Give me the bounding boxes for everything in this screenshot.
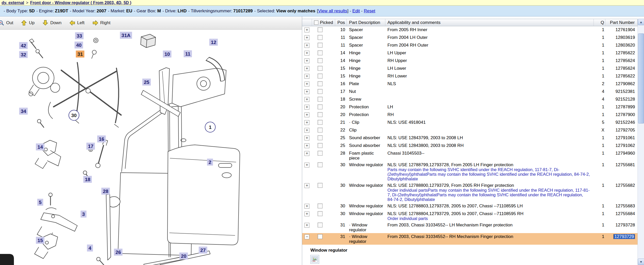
diagram-label-28[interactable]: 28: [101, 188, 110, 195]
part-number-cell[interactable]: 92152246: [605, 120, 638, 125]
expand-icon[interactable]: +: [304, 128, 309, 133]
table-row[interactable]: +18Screw492152128: [302, 96, 638, 103]
table-row[interactable]: +20ProtectionLH112787899: [302, 103, 638, 111]
expand-icon[interactable]: +: [304, 43, 309, 48]
table-row[interactable]: +30Window regulatorNLS: USE 12788800,127…: [302, 182, 638, 202]
table-row[interactable]: +20ProtectionRH112787900: [302, 111, 638, 119]
expand-icon[interactable]: +: [304, 151, 309, 156]
diagram-label-14[interactable]: 14: [36, 144, 44, 151]
part-number-cell[interactable]: 12790862: [605, 81, 638, 86]
part-number-cell[interactable]: 12785622: [605, 50, 638, 55]
header-expand-column[interactable]: [302, 19, 312, 26]
diagram-label-18[interactable]: 18: [83, 176, 92, 183]
expand-icon[interactable]: +: [304, 223, 309, 228]
diagram-label-2[interactable]: 2: [207, 159, 213, 166]
table-row[interactable]: +22ClipX12792705: [302, 127, 638, 134]
expand-icon[interactable]: +: [304, 82, 309, 86]
picked-checkbox[interactable]: [318, 234, 323, 239]
toolbar-button-up[interactable]: Up: [21, 20, 35, 26]
part-number-cell[interactable]: 12793729: [605, 234, 638, 239]
picked-checkbox[interactable]: [318, 135, 323, 140]
diagram-label-32[interactable]: 32: [19, 51, 28, 58]
diagram-label-11[interactable]: 11: [184, 50, 192, 57]
diagram-label-3[interactable]: 3: [81, 211, 87, 218]
part-number-cell[interactable]: 12785622: [605, 74, 638, 78]
table-row[interactable]: +17Nut492152381: [302, 88, 638, 96]
picked-checkbox[interactable]: [318, 128, 323, 132]
part-number-cell[interactable]: 12787899: [605, 104, 638, 109]
picked-checkbox[interactable]: [318, 58, 323, 63]
breadcrumb-link-body-external[interactable]: dy, external: [2, 1, 24, 5]
header-quantity[interactable]: Q: [594, 19, 605, 26]
table-row[interactable]: +30Window regulatorNLS: USE 12788799,127…: [302, 161, 638, 182]
part-number-cell[interactable]: 12803619: [605, 35, 638, 40]
picked-checkbox[interactable]: [318, 81, 323, 86]
picked-checkbox[interactable]: [318, 120, 323, 125]
part-number-cell[interactable]: 12793728: [605, 223, 638, 227]
breadcrumb-link-current-section[interactable]: Front door - Window regulator ( From 200…: [30, 1, 131, 5]
table-row[interactable]: +30Window regulatorNLS: USE 12788803,127…: [302, 202, 638, 210]
view-all-results-link[interactable]: View all results: [318, 8, 347, 13]
expand-icon[interactable]: +: [304, 28, 309, 32]
diagram-label-26[interactable]: 26: [114, 249, 122, 256]
table-row[interactable]: +16PlateNLS212790862: [302, 80, 638, 88]
diagram-label-20[interactable]: 20: [179, 253, 188, 260]
toolbar-button-out[interactable]: Out: [2, 20, 13, 26]
expand-icon[interactable]: +: [304, 35, 309, 40]
diagram-label-16[interactable]: 16: [97, 136, 106, 143]
diagram-label-15[interactable]: 15: [36, 237, 44, 244]
table-row[interactable]: +25Sound absorberNLS: USE 12843800, 2003…: [302, 142, 638, 150]
part-number-cell[interactable]: 12792705: [605, 128, 638, 132]
part-number-cell[interactable]: 12761904: [605, 27, 638, 32]
table-row[interactable]: +31· Window regulatorFrom 2003, Chassi 3…: [302, 222, 638, 233]
part-number-cell[interactable]: 92152381: [605, 89, 638, 94]
header-part-description[interactable]: Part Description: [347, 19, 385, 26]
table-row[interactable]: +15HingeLH Lower112785624: [302, 65, 638, 73]
picked-checkbox[interactable]: [318, 204, 323, 208]
header-picked[interactable]: Picked: [312, 19, 335, 26]
picked-checkbox[interactable]: [318, 66, 323, 71]
picked-checkbox[interactable]: [318, 89, 323, 94]
part-number-cell[interactable]: 12755681: [605, 162, 638, 167]
picked-checkbox[interactable]: [318, 162, 323, 167]
table-row[interactable]: +25Sound absorberNLS: USE 12843799, 2003…: [302, 134, 638, 142]
reset-link[interactable]: Reset: [364, 8, 375, 13]
picked-checkbox[interactable]: [318, 43, 323, 48]
diagram-label-10[interactable]: 10: [163, 51, 171, 58]
header-part-number[interactable]: Part Number: [605, 19, 638, 26]
expand-icon[interactable]: +: [304, 112, 309, 117]
scroll-up-button[interactable]: ▲: [638, 19, 644, 25]
table-row[interactable]: +10SpacerFrom 2005 RH Inner112761904: [302, 26, 638, 34]
expand-icon[interactable]: +: [304, 58, 309, 63]
table-row[interactable]: +15HingeRH Lower112785622: [302, 73, 638, 80]
part-number-cell[interactable]: 12755682: [605, 183, 638, 188]
diagram-label-1[interactable]: 1: [205, 122, 216, 132]
part-number-cell[interactable]: 12755683: [605, 204, 638, 208]
table-row[interactable]: +28Foam plastic pieceChassi 31045503--11…: [302, 150, 638, 161]
picked-checkbox[interactable]: [318, 211, 323, 216]
header-pos[interactable]: Pos: [335, 19, 347, 26]
diagram-label-5[interactable]: 5: [37, 199, 43, 206]
diagram-label-34[interactable]: 34: [19, 108, 28, 115]
expand-icon[interactable]: +: [304, 136, 309, 140]
expand-icon[interactable]: +: [304, 120, 309, 125]
table-row[interactable]: +14HingeRH Upper112785624: [302, 57, 638, 65]
diagram-label-40[interactable]: 40: [74, 42, 83, 49]
picked-checkbox[interactable]: [318, 112, 323, 117]
vertical-scrollbar[interactable]: ▲ ▼: [638, 19, 644, 265]
picked-checkbox[interactable]: [318, 143, 323, 148]
table-row[interactable]: −31· Window regulatorFrom 2003, Chassi 3…: [302, 233, 638, 245]
part-number-cell[interactable]: 92152128: [605, 97, 638, 102]
toolbar-button-right[interactable]: Right: [92, 20, 111, 26]
part-thumbnail-icon[interactable]: [310, 255, 319, 264]
toolbar-button-left[interactable]: Left: [69, 20, 84, 26]
part-number-cell[interactable]: 12794960: [605, 151, 638, 156]
diagram-label-30[interactable]: 30: [69, 110, 79, 121]
expand-icon[interactable]: +: [304, 143, 309, 148]
picked-checkbox[interactable]: [318, 97, 323, 102]
part-number-cell[interactable]: 12785624: [605, 58, 638, 63]
expand-icon[interactable]: +: [304, 105, 309, 110]
collapse-icon[interactable]: −: [304, 234, 309, 239]
diagram-label-33[interactable]: 33: [75, 32, 83, 39]
diagram-label-31[interactable]: 31: [76, 51, 84, 58]
